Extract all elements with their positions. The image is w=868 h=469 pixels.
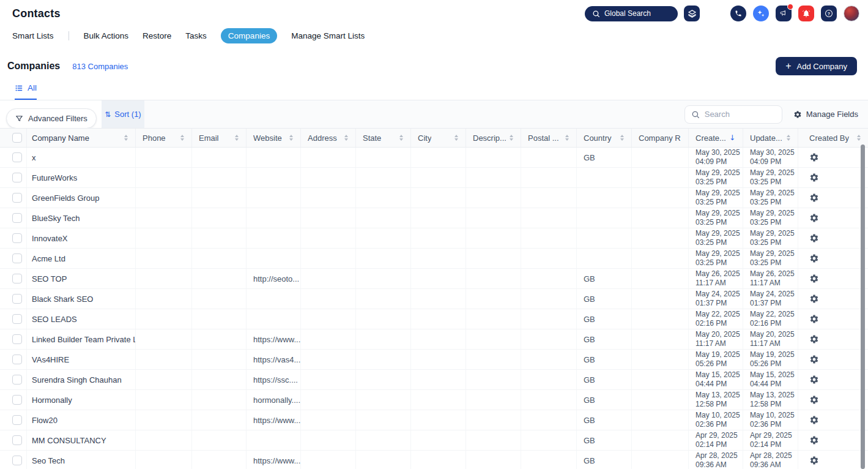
nav-smart-lists[interactable]: Smart Lists	[12, 31, 54, 40]
table-search-input[interactable]	[705, 110, 772, 119]
table-row[interactable]: MM CONSULTANCY GB Apr 29, 2025 02:14 PM …	[0, 430, 868, 451]
vertical-scrollbar-thumb[interactable]	[861, 144, 865, 469]
country-cell: GB	[577, 430, 632, 450]
row-settings-button[interactable]	[809, 213, 819, 223]
sort-toggle-icon[interactable]	[399, 135, 403, 141]
table-row[interactable]: x GB May 30, 2025 04:09 PM May 30, 2025 …	[0, 148, 868, 168]
row-checkbox[interactable]	[12, 456, 22, 465]
row-settings-button[interactable]	[809, 314, 819, 324]
table-row[interactable]: Hormonally hormonally.... GB May 13, 202…	[0, 390, 868, 410]
sort-toggle-icon[interactable]	[124, 135, 128, 141]
row-checkbox[interactable]	[12, 213, 22, 223]
table-row[interactable]: Black Shark SEO GB May 24, 2025 01:37 PM…	[0, 289, 868, 309]
column-header-address[interactable]: Address	[301, 129, 356, 147]
user-avatar[interactable]	[844, 6, 859, 21]
row-settings-button[interactable]	[809, 355, 819, 364]
sort-toggle-icon[interactable]	[787, 135, 790, 141]
row-checkbox[interactable]	[12, 294, 22, 304]
row-settings-button[interactable]	[809, 173, 819, 182]
column-header-name[interactable]: Company Name	[27, 129, 136, 147]
sort-desc-icon[interactable]: ↓	[729, 133, 735, 142]
row-settings-button[interactable]	[809, 152, 819, 162]
row-checkbox[interactable]	[12, 415, 22, 425]
row-settings-button[interactable]	[809, 395, 819, 405]
ai-assistant-button[interactable]	[753, 6, 769, 21]
sort-toggle-icon[interactable]	[235, 135, 239, 141]
nav-manage-smart-lists[interactable]: Manage Smart Lists	[291, 31, 365, 40]
row-checkbox[interactable]	[12, 253, 22, 263]
row-settings-button[interactable]	[809, 456, 819, 465]
row-checkbox[interactable]	[12, 395, 22, 405]
row-checkbox[interactable]	[12, 152, 22, 162]
row-settings-button[interactable]	[809, 415, 819, 425]
layers-button[interactable]	[684, 6, 700, 21]
table-row[interactable]: InnovateX May 29, 2025 03:25 PM May 29, …	[0, 228, 868, 249]
table-row[interactable]: Surendra Singh Chauhan https://ssc.... G…	[0, 370, 868, 390]
column-header-postal[interactable]: Postal ...	[521, 129, 577, 147]
row-settings-button[interactable]	[809, 193, 819, 203]
sort-button[interactable]: ⇅ Sort (1)	[102, 100, 144, 128]
column-header-description[interactable]: Descrip...	[466, 129, 521, 147]
table-row[interactable]: Linked Builder Team Private Li... https:…	[0, 329, 868, 350]
select-all-checkbox[interactable]	[12, 133, 22, 143]
nav-restore[interactable]: Restore	[143, 31, 171, 40]
sort-toggle-icon[interactable]	[620, 135, 624, 141]
row-settings-button[interactable]	[809, 294, 819, 304]
row-checkbox[interactable]	[12, 173, 22, 182]
table-row[interactable]: GreenFields Group May 29, 2025 03:25 PM …	[0, 188, 868, 208]
row-settings-button[interactable]	[809, 274, 819, 283]
announcements-button[interactable]	[776, 6, 792, 21]
sort-toggle-icon[interactable]	[454, 135, 458, 141]
table-row[interactable]: FutureWorks May 29, 2025 03:25 PM May 29…	[0, 168, 868, 188]
table-row[interactable]: Flow20 https://www... GB May 10, 2025 02…	[0, 410, 868, 430]
column-header-website[interactable]: Website	[247, 129, 301, 147]
column-header-email[interactable]: Email	[192, 129, 247, 147]
table-row[interactable]: BlueSky Tech May 29, 2025 03:25 PM May 2…	[0, 208, 868, 228]
table-row[interactable]: Acme Ltd May 29, 2025 03:25 PM May 29, 2…	[0, 249, 868, 269]
nav-tasks[interactable]: Tasks	[185, 31, 207, 40]
companies-count-link[interactable]: 813 Companies	[72, 62, 128, 71]
sort-toggle-icon[interactable]	[180, 135, 184, 141]
table-row[interactable]: SEO LEADS GB May 22, 2025 02:16 PM May 2…	[0, 309, 868, 329]
column-header-created_by[interactable]: Created By	[798, 129, 868, 147]
add-company-button[interactable]: + Add Company	[776, 57, 857, 75]
tab-all[interactable]: All	[15, 83, 37, 100]
row-settings-button[interactable]	[809, 253, 819, 263]
table-row[interactable]: VAs4HIRE https://vas4... GB May 19, 2025…	[0, 350, 868, 370]
column-header-country[interactable]: Country	[577, 129, 632, 147]
column-header-company_r[interactable]: Company R...	[632, 129, 689, 147]
row-settings-button[interactable]	[809, 334, 819, 344]
row-checkbox[interactable]	[12, 435, 22, 445]
row-checkbox[interactable]	[12, 193, 22, 203]
sort-toggle-icon[interactable]	[857, 135, 861, 141]
row-checkbox[interactable]	[12, 233, 22, 243]
sort-toggle-icon[interactable]	[565, 135, 569, 141]
sort-toggle-icon[interactable]	[289, 135, 293, 141]
sort-toggle-icon[interactable]	[510, 135, 513, 141]
column-header-city[interactable]: City	[411, 129, 466, 147]
column-header-phone[interactable]: Phone	[136, 129, 192, 147]
row-settings-button[interactable]	[809, 375, 819, 385]
row-checkbox[interactable]	[12, 355, 22, 364]
manage-fields-button[interactable]: Manage Fields	[793, 110, 858, 119]
row-checkbox[interactable]	[12, 274, 22, 283]
row-checkbox[interactable]	[12, 334, 22, 344]
phone-button[interactable]	[730, 6, 746, 21]
table-row[interactable]: Seo Tech https://www... GB Apr 28, 2025 …	[0, 451, 868, 469]
help-button[interactable]: ?	[821, 6, 837, 21]
table-row[interactable]: SEO TOP http://seoto... GB May 26, 2025 …	[0, 269, 868, 289]
column-header-created[interactable]: Create...↓	[689, 129, 743, 147]
nav-companies-active[interactable]: Companies	[221, 28, 277, 43]
column-header-updated[interactable]: Update...	[743, 129, 798, 147]
alerts-button[interactable]	[798, 6, 814, 21]
column-header-state[interactable]: State	[356, 129, 411, 147]
global-search-input[interactable]: Global Search	[585, 6, 678, 21]
row-settings-button[interactable]	[809, 233, 819, 243]
advanced-filters-button[interactable]: Advanced Filters	[6, 108, 97, 129]
nav-bulk-actions[interactable]: Bulk Actions	[84, 31, 129, 40]
row-checkbox[interactable]	[12, 375, 22, 385]
row-checkbox[interactable]	[12, 314, 22, 324]
sort-toggle-icon[interactable]	[344, 135, 348, 141]
row-settings-button[interactable]	[809, 435, 819, 445]
table-search-box[interactable]	[684, 105, 782, 124]
